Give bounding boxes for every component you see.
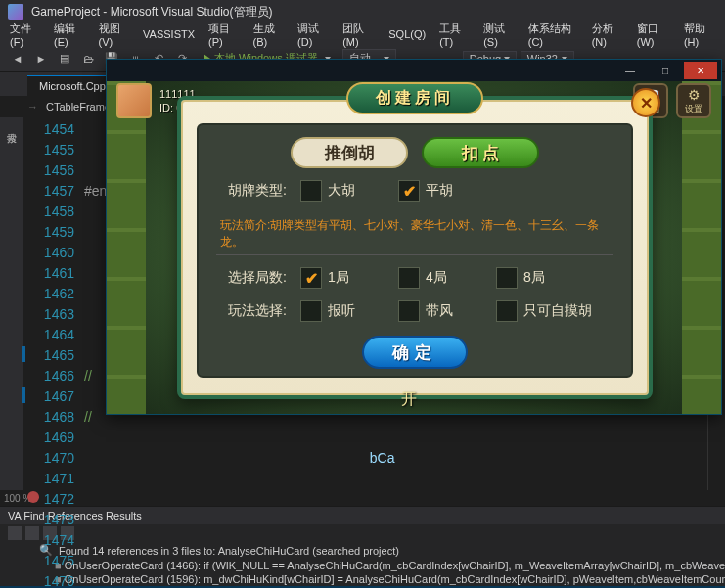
confirm-button[interactable]: 确定 [362,336,468,369]
menu-bar: 文件(F) 编辑(E) 视图(V) VASSISTX 项目(P) 生成(B) 调… [0,23,725,45]
bamboo-decoration [682,81,721,414]
menu-vassist[interactable]: VASSISTX [137,26,201,42]
line-number: 1473 [23,510,74,530]
nav-back-icon[interactable]: ◄ [8,49,27,68]
line-number: 1466 [23,366,74,386]
menu-test[interactable]: 测试(S) [477,20,521,50]
opt-daifeng: 带风 [426,302,453,320]
opt-dahu: 大胡 [328,182,355,200]
line-number: 1476 [23,571,74,588]
opt-8round: 8局 [523,269,545,287]
dialog-title: 创建房间 [346,82,483,114]
menu-window[interactable]: 窗口(W) [631,20,676,50]
line-number: 1462 [23,284,74,304]
rounds-row: 选择局数: 1局 4局 8局 [216,267,613,289]
menu-edit[interactable]: 编辑(E) [48,20,91,50]
line-number: 1475 [23,551,74,571]
line-number: 1468 [23,407,74,428]
game-child-window: — □ ✕ 疏影横斜 111111 ID: 000027 📖规则 ⚙设置 创建房… [106,59,722,415]
menu-arch[interactable]: 体系结构(C) [522,20,584,50]
checkbox-dahu[interactable] [300,180,322,202]
line-number: 1465 [23,345,74,366]
find-toolbar [0,524,725,542]
vs-logo-icon [8,4,23,20]
line-number: 1467 [23,386,74,407]
breakpoint-icon[interactable] [27,491,39,503]
menu-debug[interactable]: 调试(D) [292,20,335,50]
sidebar-left: 搜索 [0,117,23,490]
line-number: 1454 [23,119,74,140]
nav-sep: → [27,101,38,113]
opt-4round: 4局 [426,269,447,287]
checkbox-zimo[interactable] [496,300,518,322]
play-rule-row: 玩法选择: 报听 带风 只可自摸胡 [216,300,613,322]
rule-description: 玩法简介:胡牌类型有平胡、七小对、豪华七小对、清一色、十三幺、一条龙。 [216,213,613,255]
mode-tab-tuidaohu[interactable]: 推倒胡 [291,137,408,168]
find-result-row[interactable]: ■ OnUserOperateCard (1596): m_dwChiHuKin… [0,572,725,586]
settings-button[interactable]: ⚙设置 [676,83,711,118]
player-avatar[interactable] [116,83,152,118]
checkbox-daifeng[interactable] [398,300,420,322]
menu-tools[interactable]: 工具(T) [433,20,476,50]
line-number-gutter: 1454 1455 1456 1457 1458 1459 1460 1461 … [23,117,84,490]
menu-analyze[interactable]: 分析(N) [586,20,629,50]
line-number: 1469 [23,428,74,448]
bookmark-marker[interactable] [22,387,25,403]
checkbox-baoting[interactable] [300,300,322,322]
opt-pinghu: 平胡 [426,182,453,200]
mode-tabs: 推倒胡 扣 点 [216,137,613,168]
dialog-close-button[interactable]: ✕ [631,88,660,117]
find-result-row[interactable]: ■ OnUserOperateCard (1466): if (WIK_NULL… [0,559,725,572]
checkbox-4round[interactable] [398,267,420,289]
create-room-dialog: 创建房间 ✕ 推倒胡 扣 点 胡牌类型: 大胡 平胡 玩法简介:胡牌类型有平胡、… [177,96,653,399]
line-number: 1461 [23,263,74,284]
game-scene: 疏影横斜 111111 ID: 000027 📖规则 ⚙设置 创建房间 ✕ 推倒… [107,81,721,414]
rounds-label: 选择局数: [216,269,287,287]
player-id-label: ID: [159,102,173,113]
bookmark-marker[interactable] [22,346,25,362]
minimize-button[interactable]: — [613,62,647,79]
play-rule-label: 玩法选择: [216,302,287,320]
menu-build[interactable]: 生成(B) [248,20,291,50]
hu-type-row: 胡牌类型: 大胡 平胡 [216,180,613,202]
line-number: 1470 [23,448,74,469]
bottom-banner: 开 [401,389,427,410]
open-file-icon[interactable]: 🗁 [78,49,98,68]
menu-project[interactable]: 项目(P) [203,20,246,50]
menu-file[interactable]: 文件(F) [4,20,46,50]
opt-baoting: 报听 [328,302,355,320]
bamboo-decoration [107,81,146,414]
child-titlebar: — □ ✕ [107,60,721,81]
line-number: 1474 [23,530,74,551]
line-number: 1459 [23,222,74,243]
checkbox-pinghu[interactable] [398,180,420,202]
checkbox-8round[interactable] [496,267,518,289]
line-number: 1464 [23,325,74,345]
menu-help[interactable]: 帮助(H) [678,20,721,50]
checkbox-1round[interactable] [300,267,322,289]
find-panel-title: VA Find References Results [0,507,725,524]
maximize-button[interactable]: □ [649,62,682,79]
menu-sql[interactable]: SQL(Q) [383,26,431,42]
close-button[interactable]: ✕ [684,62,717,79]
zoom-strip: 100 % [0,490,725,506]
find-references-panel: VA Find References Results 🔍 Found 14 re… [0,506,725,588]
menu-view[interactable]: 视图(V) [93,20,136,50]
mode-tab-koudian[interactable]: 扣 点 [422,137,539,168]
line-number: 1463 [23,304,74,325]
hu-type-label: 胡牌类型: [216,182,287,200]
line-number: 1458 [23,202,74,222]
refresh-icon[interactable] [8,526,22,540]
gear-icon: ⚙ [688,87,701,103]
opt-zimo: 只可自摸胡 [523,302,592,320]
find-summary: 🔍 Found 14 references in 3 files to: Ana… [0,542,725,559]
line-number: 1457 [23,181,74,202]
opt-1round: 1局 [328,269,349,287]
dialog-body: 推倒胡 扣 点 胡牌类型: 大胡 平胡 玩法简介:胡牌类型有平胡、七小对、豪华七… [197,123,633,378]
menu-team[interactable]: 团队(M) [337,20,381,50]
line-number: 1460 [23,243,74,263]
window-title: GameProject - Microsoft Visual Studio(管理… [31,4,273,21]
nav-fwd-icon[interactable]: ► [31,49,51,68]
line-number: 1456 [23,160,74,181]
new-file-icon[interactable]: ▤ [55,49,74,68]
